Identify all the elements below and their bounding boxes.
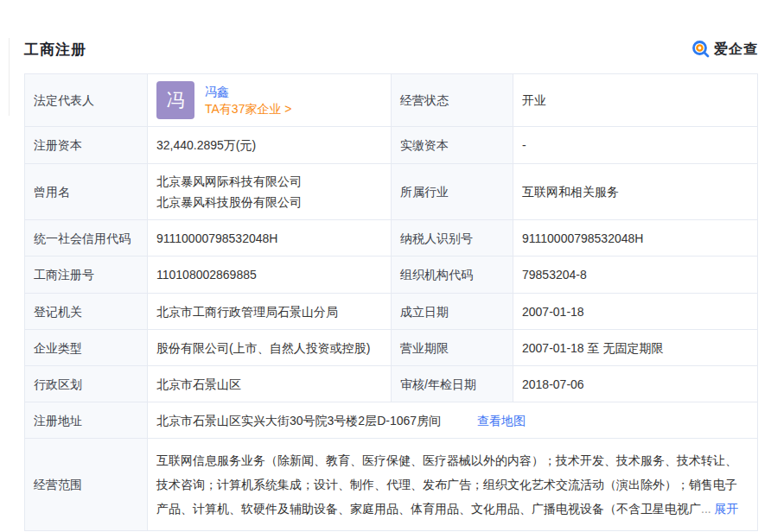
table-row: 法定代表人 冯 冯鑫 TA有37家企业 > 经营状态 开业 (25, 74, 757, 126)
business-reg-number-label: 工商注册号 (25, 256, 148, 293)
administrative-division-value: 北京市石景山区 (148, 366, 392, 402)
former-names-label: 曾用名 (25, 164, 148, 219)
paid-in-capital-label: 实缴资本 (392, 127, 513, 163)
table-row: 统一社会信用代码 91110000798532048H 纳税人识别号 91110… (25, 219, 757, 256)
legal-representative-label: 法定代表人 (25, 74, 148, 126)
administrative-division-label: 行政区划 (25, 366, 148, 402)
table-row: 注册地址 北京市石景山区实兴大街30号院3号楼2层D-1067房间 查看地图 (25, 402, 757, 438)
annual-check-date-value: 2018-07-06 (513, 366, 757, 402)
former-name-line: 北京暴风科技股份有限公司 (156, 192, 382, 212)
operating-status-value: 开业 (513, 74, 757, 126)
former-names-cell: 北京暴风网际科技有限公司 北京暴风科技股份有限公司 (148, 164, 392, 219)
section-header: 工商注册 爱企查 (24, 38, 758, 60)
business-scope-value: 互联网信息服务业务（除新闻、教育、医疗保健、医疗器械以外的内容）；技术开发、技术… (156, 453, 737, 516)
registered-capital-value: 32,440.2895万(元) (148, 127, 392, 163)
table-row: 行政区划 北京市石景山区 审核/年检日期 2018-07-06 (25, 365, 757, 402)
view-map-link[interactable]: 查看地图 (477, 411, 526, 430)
legal-representative-name-link[interactable]: 冯鑫 (205, 86, 292, 98)
business-reg-number-value: 110108002869885 (148, 256, 392, 293)
table-row: 登记机关 北京市工商行政管理局石景山分局 成立日期 2007-01-18 (25, 293, 757, 329)
org-code-label: 组织机构代码 (392, 256, 513, 293)
registration-info-table: 法定代表人 冯 冯鑫 TA有37家企业 > 经营状态 开业 注册资本 32,44… (24, 73, 758, 531)
page-edge-divider (9, 38, 10, 116)
registered-address-value: 北京市石景山区实兴大街30号院3号楼2层D-1067房间 (156, 411, 441, 430)
industry-label: 所属行业 (392, 164, 513, 219)
credit-code-value: 91110000798532048H (148, 220, 392, 256)
legal-representative-cell: 冯 冯鑫 TA有37家企业 > (148, 74, 392, 126)
brand-name: 爱企查 (714, 41, 758, 59)
taxpayer-id-value: 91110000798532048H (513, 220, 757, 256)
page-title: 工商注册 (24, 40, 86, 60)
expand-link[interactable]: 展开 (715, 502, 739, 516)
enterprise-type-value: 股份有限公司(上市、自然人投资或控股) (148, 330, 392, 365)
business-scope-label: 经营范围 (25, 439, 148, 530)
org-code-value: 79853204-8 (513, 256, 757, 293)
table-row: 企业类型 股份有限公司(上市、自然人投资或控股) 营业期限 2007-01-18… (25, 329, 757, 365)
table-row: 工商注册号 110108002869885 组织机构代码 79853204-8 (25, 256, 757, 293)
former-name-line: 北京暴风网际科技有限公司 (156, 171, 382, 192)
business-term-label: 营业期限 (392, 330, 513, 365)
industry-value: 互联网和相关服务 (513, 164, 757, 219)
table-row: 注册资本 32,440.2895万(元) 实缴资本 - (25, 126, 757, 163)
registered-capital-label: 注册资本 (25, 127, 148, 163)
registration-authority-value: 北京市工商行政管理局石景山分局 (148, 294, 392, 329)
aiqicha-logo-icon (691, 40, 710, 59)
registered-address-cell: 北京市石景山区实兴大街30号院3号楼2层D-1067房间 查看地图 (148, 402, 757, 438)
paid-in-capital-value: - (513, 127, 757, 163)
establishment-date-label: 成立日期 (392, 294, 513, 329)
business-registration-page: 工商注册 爱企查 法定代表人 冯 冯鑫 TA有37家企业 > 经营状态 开业 (0, 38, 771, 532)
legal-representative-avatar[interactable]: 冯 (156, 81, 194, 119)
truncation-ellipsis: ... (701, 502, 711, 516)
aiqicha-logo[interactable]: 爱企查 (691, 40, 758, 59)
legal-representative-info: 冯鑫 TA有37家企业 > (205, 86, 292, 116)
business-scope-cell: 互联网信息服务业务（除新闻、教育、医疗保健、医疗器械以外的内容）；技术开发、技术… (148, 439, 757, 530)
table-row: 经营范围 互联网信息服务业务（除新闻、教育、医疗保健、医疗器械以外的内容）；技术… (25, 438, 757, 530)
establishment-date-value: 2007-01-18 (513, 294, 757, 329)
registration-authority-label: 登记机关 (25, 294, 148, 329)
table-row: 曾用名 北京暴风网际科技有限公司 北京暴风科技股份有限公司 所属行业 互联网和相… (25, 163, 757, 219)
taxpayer-id-label: 纳税人识别号 (392, 220, 513, 256)
registered-address-label: 注册地址 (25, 402, 148, 438)
operating-status-label: 经营状态 (392, 74, 513, 126)
business-term-value: 2007-01-18 至 无固定期限 (513, 330, 757, 365)
related-companies-link[interactable]: TA有37家企业 > (205, 103, 292, 116)
credit-code-label: 统一社会信用代码 (25, 220, 148, 256)
annual-check-date-label: 审核/年检日期 (392, 366, 513, 402)
enterprise-type-label: 企业类型 (25, 330, 148, 365)
